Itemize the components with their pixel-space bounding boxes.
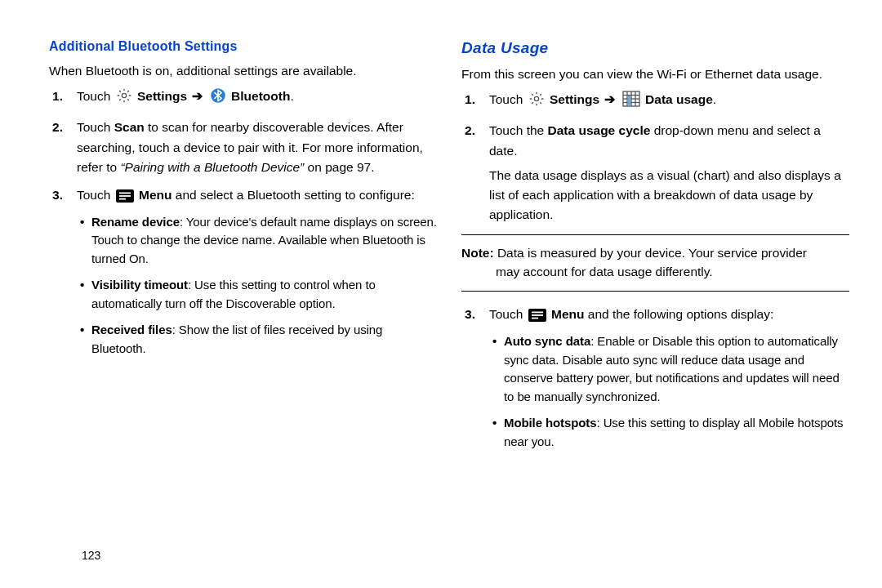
svg-rect-3 xyxy=(119,192,131,194)
step-1-left: Touch Settings ➔ Bluetooth. xyxy=(77,87,437,109)
bullet-label: Visibility timeout xyxy=(91,278,188,292)
bullet-rename-device: Rename device: Your device's default nam… xyxy=(91,213,437,269)
settings-label: Settings xyxy=(137,89,187,103)
bullets-left: Rename device: Your device's default nam… xyxy=(77,213,437,359)
heading-additional-bluetooth: Additional Bluetooth Settings xyxy=(49,39,437,54)
svg-rect-4 xyxy=(119,195,131,197)
settings-label: Settings xyxy=(550,92,599,106)
menu-icon xyxy=(116,189,134,208)
text: and the following options display: xyxy=(588,307,773,321)
manual-page: Additional Bluetooth Settings When Bluet… xyxy=(0,0,882,483)
step-1-right: Touch Settings ➔ Data usage. xyxy=(489,90,849,113)
text: Touch xyxy=(77,188,114,202)
text: Touch xyxy=(489,92,527,106)
svg-rect-5 xyxy=(119,198,126,199)
text: and select a Bluetooth setting to config… xyxy=(176,188,415,202)
svg-point-6 xyxy=(534,97,538,101)
arrow-icon: ➔ xyxy=(603,92,617,106)
cycle-label: Data usage cycle xyxy=(548,123,651,137)
text: Touch xyxy=(489,307,527,321)
step-3-right: Touch Menu and the following options dis… xyxy=(489,305,849,451)
step-2-left: Touch Scan to scan for nearby discoverab… xyxy=(77,118,437,176)
text: The data usage displays as a visual (cha… xyxy=(489,168,841,221)
data-usage-icon xyxy=(622,91,640,113)
bluetooth-icon xyxy=(210,87,226,109)
bullet-visibility-timeout: Visibility timeout: Use this setting to … xyxy=(91,276,437,313)
svg-point-0 xyxy=(122,94,126,98)
bullet-label: Rename device xyxy=(91,215,180,229)
arrow-icon: ➔ xyxy=(190,89,204,103)
step-2-right: Touch the Data usage cycle drop-down men… xyxy=(489,121,849,224)
bullet-mobile-hotspots: Mobile hotspots: Use this setting to dis… xyxy=(504,414,849,451)
text: Touch the xyxy=(489,123,548,137)
bullet-received-files: Received files: Show the list of files r… xyxy=(91,321,437,358)
steps-list-right: Touch Settings ➔ Data usage. Touch the D… xyxy=(461,90,849,224)
menu-label: Menu xyxy=(551,307,584,321)
period: . xyxy=(713,92,716,106)
step-3-left: Touch Menu and select a Bluetooth settin… xyxy=(77,185,437,359)
menu-icon xyxy=(528,308,546,327)
heading-data-usage: Data Usage xyxy=(461,39,849,57)
note-text-first: Data is measured by your device. Your se… xyxy=(497,246,807,260)
period: . xyxy=(290,89,293,103)
settings-gear-icon xyxy=(116,87,132,109)
intro-text: When Bluetooth is on, additional setting… xyxy=(49,62,437,80)
left-column: Additional Bluetooth Settings When Bluet… xyxy=(49,39,437,459)
bluetooth-label: Bluetooth xyxy=(231,89,290,103)
menu-label: Menu xyxy=(139,188,172,202)
data-usage-label: Data usage xyxy=(645,92,713,106)
svg-rect-18 xyxy=(532,318,538,319)
steps-list-left: Touch Settings ➔ Bluetooth. Touch Scan t… xyxy=(49,87,437,358)
svg-rect-17 xyxy=(532,314,543,316)
settings-gear-icon xyxy=(528,91,545,113)
intro-text: From this screen you can view the Wi-Fi … xyxy=(461,65,849,83)
bullet-auto-sync: Auto sync data: Enable or Disable this o… xyxy=(504,332,849,406)
page-number: 123 xyxy=(82,549,100,562)
bullets-right: Auto sync data: Enable or Disable this o… xyxy=(489,332,849,451)
text: Touch xyxy=(77,89,114,103)
bullet-label: Mobile hotspots xyxy=(504,416,597,430)
note-text-rest: may account for data usage differently. xyxy=(461,262,849,281)
note-block: Note: Data is measured by your device. Y… xyxy=(461,234,849,292)
steps-list-right-cont: Touch Menu and the following options dis… xyxy=(461,305,849,451)
bullet-label: Auto sync data xyxy=(504,334,590,348)
note-label: Note: xyxy=(461,246,497,260)
scan-label: Scan xyxy=(114,120,145,134)
svg-rect-14 xyxy=(627,96,630,106)
text: on page 97. xyxy=(304,160,374,174)
svg-rect-16 xyxy=(532,312,543,314)
right-column: Data Usage From this screen you can view… xyxy=(461,39,849,459)
reference-italic: “Pairing with a Bluetooth Device” xyxy=(120,160,304,174)
bullet-label: Received files xyxy=(91,323,172,336)
text: Touch xyxy=(77,120,114,134)
